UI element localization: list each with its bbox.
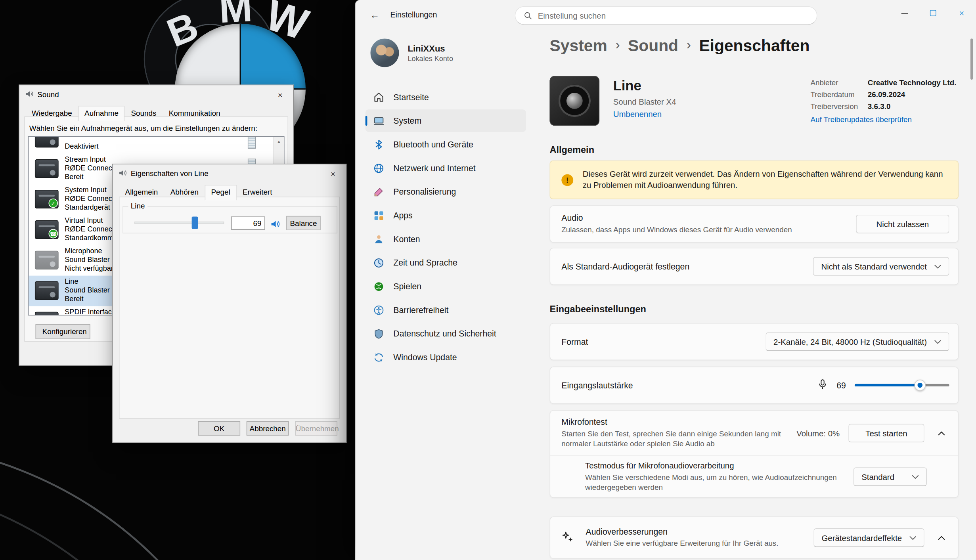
disallow-button[interactable]: Nicht zulassen bbox=[856, 215, 949, 233]
format-card: Format 2-Kanäle, 24 Bit, 48000 Hz (Studi… bbox=[549, 323, 959, 360]
sidebar-item-netzwerk[interactable]: Netzwerk und Internet bbox=[366, 157, 526, 180]
sidebar-item-bluetooth[interactable]: Bluetooth und Geräte bbox=[366, 133, 526, 156]
tab-pegel[interactable]: Pegel bbox=[205, 185, 237, 200]
device-name: Stream Input bbox=[65, 156, 105, 163]
sidebar-item-label: Spielen bbox=[393, 282, 421, 291]
close-button[interactable]: × bbox=[947, 0, 976, 26]
level-slider-thumb[interactable] bbox=[192, 216, 198, 229]
section-header-eingabe: Eingabeeinstellungen bbox=[549, 304, 959, 314]
sidebar-item-spielen[interactable]: Spielen bbox=[366, 275, 526, 298]
device-header: Line Sound Blaster X4 Umbenennen Anbiete… bbox=[549, 76, 959, 126]
input-volume-value: 69 bbox=[836, 380, 846, 390]
sidebar-item-konten[interactable]: Konten bbox=[366, 228, 526, 250]
microphone-icon bbox=[817, 379, 828, 391]
tab-aufnahme[interactable]: Aufnahme bbox=[78, 106, 124, 121]
collapse-button[interactable] bbox=[933, 529, 949, 546]
sound-dialog-titlebar: Sound × bbox=[19, 85, 293, 104]
balance-button[interactable]: Balance bbox=[286, 216, 320, 230]
dropdown-value: 2-Kanäle, 24 Bit, 48000 Hz (Studioqualit… bbox=[773, 337, 927, 346]
sidebar-item-personalisierung[interactable]: Personalisierung bbox=[366, 180, 526, 203]
test-mode-dropdown[interactable]: Standard bbox=[854, 467, 927, 486]
tab-wiedergabe[interactable]: Wiedergabe bbox=[25, 106, 78, 121]
person-icon bbox=[373, 233, 384, 245]
maximize-icon bbox=[930, 10, 936, 16]
apply-button[interactable]: Übernehmen bbox=[295, 421, 337, 436]
back-button[interactable]: ← bbox=[364, 5, 385, 25]
close-icon[interactable]: × bbox=[267, 85, 293, 104]
mute-toggle-button[interactable] bbox=[268, 217, 282, 230]
device-status: Deaktiviert bbox=[65, 143, 98, 150]
info-value: Creative Technology Ltd. bbox=[868, 78, 957, 87]
settings-sidebar: LiniXXus Lokales Konto Startseite System… bbox=[356, 30, 536, 560]
device-name: System Input bbox=[65, 186, 106, 193]
sidebar-item-system[interactable]: System bbox=[366, 109, 526, 132]
sidebar-item-label: Netzwerk und Internet bbox=[393, 163, 475, 173]
search-box[interactable] bbox=[515, 6, 817, 25]
tab-sounds[interactable]: Sounds bbox=[125, 106, 163, 121]
driver-update-link[interactable]: Auf Treiberupdates überprüfen bbox=[810, 115, 912, 124]
sidebar-item-zeit-sprache[interactable]: Zeit und Sprache bbox=[366, 251, 526, 274]
format-dropdown[interactable]: 2-Kanäle, 24 Bit, 48000 Hz (Studioqualit… bbox=[765, 332, 949, 351]
sidebar-item-label: Konten bbox=[393, 234, 420, 244]
tab-abhoeren[interactable]: Abhören bbox=[164, 185, 205, 200]
sidebar-item-windows-update[interactable]: Windows Update bbox=[366, 346, 526, 369]
slider-thumb[interactable] bbox=[914, 380, 925, 391]
chevron-down-icon bbox=[934, 340, 941, 344]
sidebar-item-apps[interactable]: Apps bbox=[366, 204, 526, 227]
device-image bbox=[549, 76, 599, 126]
account-button[interactable]: LiniXXus Lokales Konto bbox=[366, 35, 526, 71]
start-test-button[interactable]: Test starten bbox=[848, 424, 924, 442]
breadcrumb-system[interactable]: System bbox=[549, 36, 607, 55]
desktop: B M W Sound × Wiedergabe Aufnahme Sounds… bbox=[0, 0, 976, 560]
ok-button[interactable]: OK bbox=[198, 421, 240, 436]
info-value: 3.6.3.0 bbox=[868, 102, 891, 111]
device-name: Virtual Input bbox=[65, 216, 103, 224]
group-label: Line bbox=[128, 202, 147, 210]
warning-banner: ! Dieses Gerät wird zurzeit verwendet. D… bbox=[549, 161, 959, 199]
tab-allgemein[interactable]: Allgemein bbox=[119, 185, 164, 200]
input-volume-title: Eingangslautstärke bbox=[561, 380, 817, 390]
device-driver: RØDE Connect bbox=[65, 225, 114, 233]
collapse-button[interactable] bbox=[933, 425, 949, 441]
audio-title: Audio bbox=[561, 214, 856, 223]
device-row-partial[interactable]: Deaktiviert bbox=[29, 136, 273, 154]
mic-test-row: Mikrofontest Starten Sie den Test, sprec… bbox=[550, 411, 958, 455]
search-input[interactable] bbox=[538, 11, 809, 20]
driver-info: AnbieterCreative Technology Ltd. Treiber… bbox=[810, 76, 959, 126]
sidebar-item-label: Datenschutz und Sicherheit bbox=[393, 329, 496, 338]
sidebar-item-barrierefreiheit[interactable]: Barrierefreiheit bbox=[366, 299, 526, 321]
default-device-dropdown[interactable]: Nicht als Standard verwendet bbox=[813, 257, 949, 275]
network-globe-icon bbox=[373, 162, 384, 174]
dropdown-value: Gerätestandardeffekte bbox=[821, 533, 902, 543]
minimize-button[interactable] bbox=[890, 0, 919, 26]
speaker-icon bbox=[118, 168, 127, 179]
properties-dialog-title: Eigenschaften von Line bbox=[131, 169, 209, 178]
properties-dialog-titlebar: Eigenschaften von Line × bbox=[113, 164, 346, 183]
cancel-button[interactable]: Abbrechen bbox=[247, 421, 289, 436]
rename-link[interactable]: Umbenennen bbox=[613, 109, 662, 119]
tab-kommunikation[interactable]: Kommunikation bbox=[163, 106, 226, 121]
konfigurieren-button[interactable]: Konfigurieren bbox=[36, 324, 90, 339]
tab-erweitert[interactable]: Erweitert bbox=[236, 185, 278, 200]
breadcrumb: System › Sound › Eigenschaften bbox=[549, 34, 959, 57]
close-icon[interactable]: × bbox=[320, 164, 346, 183]
settings-scrollbar-thumb[interactable] bbox=[970, 38, 973, 80]
input-volume-slider[interactable] bbox=[855, 380, 949, 391]
level-value-input[interactable] bbox=[231, 216, 265, 229]
breadcrumb-sound[interactable]: Sound bbox=[628, 36, 678, 55]
enhancements-dropdown[interactable]: Gerätestandardeffekte bbox=[813, 528, 924, 547]
device-icon bbox=[35, 159, 59, 178]
test-mode-desc: Wählen Sie verschiedene Modi aus, um zu … bbox=[585, 472, 854, 492]
search-icon bbox=[524, 11, 532, 20]
maximize-button[interactable] bbox=[919, 0, 947, 26]
sidebar-item-datenschutz[interactable]: Datenschutz und Sicherheit bbox=[366, 322, 526, 345]
level-slider[interactable] bbox=[134, 222, 224, 224]
default-device-title: Als Standard-Audiogerät festlegen bbox=[561, 262, 813, 271]
scroll-up-icon[interactable]: ▲ bbox=[274, 140, 284, 144]
section-header-allgemein: Allgemein bbox=[549, 144, 959, 155]
audio-desc: Zulassen, dass Apps und Windows dieses G… bbox=[561, 225, 856, 235]
avatar bbox=[370, 38, 399, 67]
sidebar-item-startseite[interactable]: Startseite bbox=[366, 86, 526, 109]
account-type: Lokales Konto bbox=[408, 55, 453, 62]
sidebar-item-label: Personalisierung bbox=[393, 187, 456, 197]
